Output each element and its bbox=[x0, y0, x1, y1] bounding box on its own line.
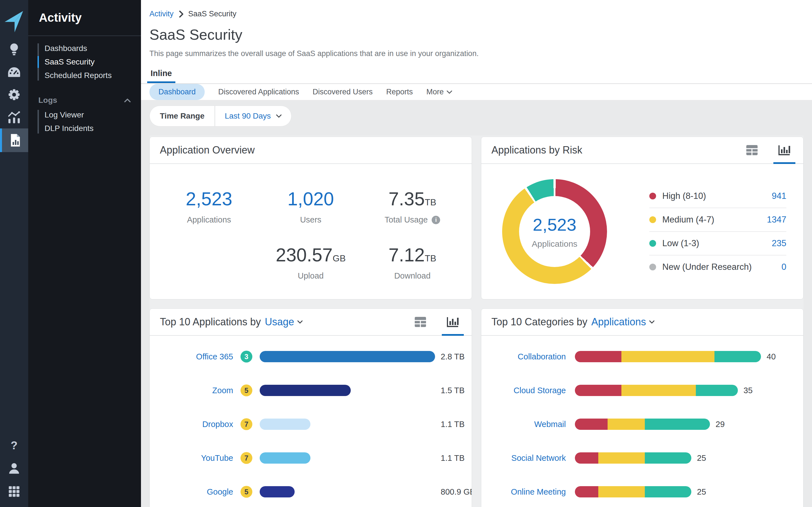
applications-selector[interactable]: Applications bbox=[591, 316, 654, 328]
info-icon[interactable]: i bbox=[432, 216, 440, 224]
breadcrumb-activity-link[interactable]: Activity bbox=[149, 10, 174, 18]
reports-icon bbox=[10, 133, 21, 147]
segment-medium-risk bbox=[608, 418, 645, 430]
usage-bar-track bbox=[260, 418, 435, 430]
sidebar-item-dlp-incidents[interactable]: DLP Incidents bbox=[45, 122, 141, 135]
category-row: Webmail 29 bbox=[481, 407, 803, 441]
legend-row: High (8-10) 941 bbox=[649, 184, 786, 208]
app-link[interactable]: Office 365 bbox=[150, 352, 233, 361]
sidebar-rail-dashboard[interactable] bbox=[0, 61, 28, 83]
usage-bar[interactable] bbox=[260, 452, 310, 464]
stat-number: 7.12 bbox=[389, 244, 424, 265]
category-list: Collaboration 40 Cloud Storage bbox=[481, 336, 803, 507]
sidebar-item-scheduled-reports[interactable]: Scheduled Reports bbox=[45, 69, 141, 82]
category-count: 35 bbox=[744, 386, 753, 395]
sidebar-item-dashboards[interactable]: Dashboards bbox=[45, 42, 141, 55]
table-view-button[interactable] bbox=[743, 137, 761, 163]
help-button[interactable]: ? bbox=[0, 434, 28, 457]
usage-selector[interactable]: Usage bbox=[265, 316, 303, 328]
chart-view-button[interactable] bbox=[775, 137, 794, 163]
risk-chart-body: 2,523 Applications High (8-10) 941 bbox=[481, 164, 803, 299]
sidebar-item-saas-security[interactable]: SaaS Security bbox=[45, 55, 141, 69]
tab-inline[interactable]: Inline bbox=[149, 69, 173, 82]
chart-view-button[interactable] bbox=[444, 309, 462, 335]
category-count: 25 bbox=[697, 487, 706, 497]
time-range-value: Last 90 Days bbox=[225, 112, 271, 121]
category-row: Online Meeting 25 bbox=[481, 475, 803, 507]
risk-donut-chart[interactable]: 2,523 Applications bbox=[502, 179, 607, 284]
app-link[interactable]: Zoom bbox=[150, 386, 233, 395]
sidebar-item-log-viewer[interactable]: Log Viewer bbox=[45, 108, 141, 122]
segment-low-risk bbox=[645, 486, 691, 497]
stat-unit: TB bbox=[424, 197, 436, 207]
donut-center: 2,523 Applications bbox=[519, 196, 590, 267]
category-row: Collaboration 40 bbox=[481, 340, 803, 374]
legend-dot bbox=[649, 264, 656, 270]
segment-medium-risk bbox=[598, 452, 645, 464]
legend-value-link[interactable]: 941 bbox=[772, 191, 786, 201]
legend-value-link[interactable]: 235 bbox=[772, 238, 786, 248]
stat-users: 1,020 Users bbox=[260, 188, 362, 224]
main-content: Activity SaaS Security SaaS Security Thi… bbox=[141, 0, 812, 507]
donut-label: Applications bbox=[532, 239, 577, 249]
time-range-select[interactable]: Last 90 Days bbox=[215, 112, 291, 121]
tab-reports[interactable]: Reports bbox=[386, 88, 413, 96]
applications-selector-value: Applications bbox=[591, 316, 646, 328]
usage-bar[interactable] bbox=[260, 486, 295, 497]
stat-applications: 2,523 Applications bbox=[158, 188, 260, 224]
category-link[interactable]: Collaboration bbox=[481, 352, 566, 361]
sidebar-section-logs[interactable]: Logs bbox=[28, 94, 141, 107]
stacked-bar[interactable] bbox=[575, 351, 761, 362]
gear-icon bbox=[8, 89, 20, 101]
stat-unit: TB bbox=[424, 253, 436, 263]
table-view-button[interactable] bbox=[411, 309, 429, 335]
time-range-label: Time Range bbox=[150, 106, 215, 126]
stacked-bar[interactable] bbox=[575, 385, 738, 396]
app-link[interactable]: YouTube bbox=[150, 453, 233, 463]
app-link[interactable]: Google bbox=[150, 487, 233, 497]
primary-tab-row: Inline bbox=[149, 69, 812, 83]
stacked-bar[interactable] bbox=[575, 452, 691, 464]
segment-medium-risk bbox=[621, 385, 696, 396]
category-link[interactable]: Online Meeting bbox=[481, 487, 566, 497]
tab-discovered-users[interactable]: Discovered Users bbox=[313, 88, 373, 96]
stacked-bar[interactable] bbox=[575, 418, 710, 430]
legend-value-link[interactable]: 0 bbox=[781, 262, 786, 272]
category-link[interactable]: Webmail bbox=[481, 420, 566, 429]
risk-score-badge: 5 bbox=[241, 486, 252, 498]
usage-bar-track bbox=[260, 385, 435, 396]
category-link[interactable]: Cloud Storage bbox=[481, 386, 566, 395]
gauge-icon bbox=[7, 66, 21, 78]
sidebar-rail-insights[interactable] bbox=[0, 38, 28, 61]
chevron-down-icon bbox=[447, 91, 452, 94]
sidebar-rail-analytics[interactable] bbox=[0, 106, 28, 128]
category-link[interactable]: Social Network bbox=[481, 453, 566, 463]
activity-sidebar: Activity Dashboards SaaS Security Schedu… bbox=[28, 0, 141, 507]
usage-selector-value: Usage bbox=[265, 316, 294, 328]
category-count: 40 bbox=[767, 352, 776, 361]
usage-bar-track bbox=[260, 452, 435, 464]
stat-value: 7.35TB bbox=[361, 188, 463, 210]
usage-value: 1.1 TB bbox=[441, 420, 465, 429]
card-header: Application Overview bbox=[150, 137, 472, 164]
card-title: Application Overview bbox=[160, 144, 255, 156]
segment-high-risk bbox=[575, 351, 621, 362]
sidebar-rail-reports[interactable] bbox=[0, 128, 28, 152]
usage-bar[interactable] bbox=[260, 351, 435, 362]
app-link[interactable]: Dropbox bbox=[150, 420, 233, 429]
app-switcher-button[interactable] bbox=[0, 480, 28, 503]
tab-discovered-applications[interactable]: Discovered Applications bbox=[218, 88, 299, 96]
stat-value[interactable]: 2,523 bbox=[158, 188, 260, 210]
stat-value[interactable]: 1,020 bbox=[260, 188, 362, 210]
stacked-bar[interactable] bbox=[575, 486, 691, 497]
tab-more[interactable]: More bbox=[426, 88, 452, 96]
legend-value-link[interactable]: 1347 bbox=[767, 215, 786, 225]
user-menu-button[interactable] bbox=[0, 457, 28, 480]
app-logo[interactable] bbox=[1, 7, 27, 36]
dashboard-body: Time Range Last 90 Days Application Over… bbox=[141, 100, 812, 507]
tab-dashboard[interactable]: Dashboard bbox=[149, 84, 205, 100]
segment-low-risk bbox=[714, 351, 761, 362]
usage-bar[interactable] bbox=[260, 418, 310, 430]
sidebar-rail-settings[interactable] bbox=[0, 83, 28, 106]
usage-bar[interactable] bbox=[260, 385, 351, 396]
